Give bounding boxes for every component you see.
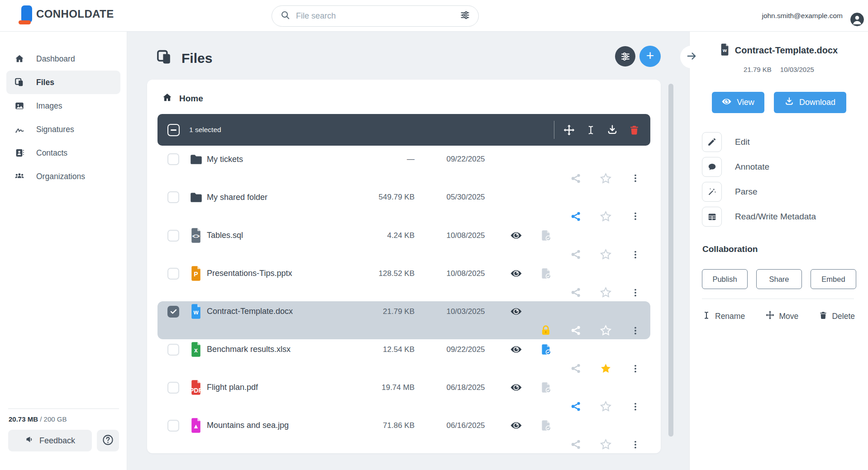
- move-action[interactable]: Move: [765, 310, 798, 322]
- file-name[interactable]: Tables.sql: [207, 231, 360, 240]
- sidebar-item-contacts[interactable]: Contacts: [6, 141, 120, 165]
- svg-text:w: w: [722, 47, 727, 53]
- edit-label: Edit: [735, 137, 750, 147]
- parse-action[interactable]: Parse: [702, 182, 816, 202]
- brand-logo[interactable]: CONHOLDATE: [20, 5, 114, 23]
- delete-action[interactable]: Delete: [819, 311, 855, 322]
- row-menu-kebab[interactable]: [620, 364, 650, 374]
- star-icon[interactable]: [591, 172, 620, 185]
- row-menu-kebab[interactable]: [620, 288, 650, 298]
- search-filter-icon[interactable]: [460, 10, 470, 22]
- row-menu-kebab[interactable]: [620, 402, 650, 412]
- rename-selected-button[interactable]: [584, 123, 597, 137]
- row-checkbox[interactable]: [167, 306, 179, 318]
- star-icon[interactable]: [591, 210, 620, 223]
- copy-status-icon[interactable]: [531, 343, 561, 356]
- download-button[interactable]: Download: [774, 92, 846, 113]
- file-row[interactable]: My tickets — 09/22/2025: [157, 149, 650, 187]
- file-row[interactable]: w Contract-Template.docx 21.79 KB 10/03/…: [157, 301, 650, 339]
- contact-card-icon: [14, 148, 24, 158]
- breadcrumb[interactable]: Home: [162, 92, 203, 104]
- file-row[interactable]: x Benchmark results.xlsx 12.54 KB 09/22/…: [157, 339, 650, 377]
- star-icon[interactable]: [591, 438, 620, 451]
- publish-button[interactable]: Publish: [702, 269, 748, 289]
- copy-status-icon[interactable]: [531, 381, 561, 394]
- sidebar-item-files[interactable]: Files: [6, 71, 120, 94]
- file-row[interactable]: My shared folder 549.79 KB 05/30/2025: [157, 187, 650, 225]
- move-selected-button[interactable]: [562, 123, 576, 137]
- file-name[interactable]: Presentations-Tips.pptx: [207, 269, 360, 278]
- select-all-checkbox[interactable]: [167, 124, 180, 136]
- file-name[interactable]: My tickets: [207, 155, 360, 164]
- copy-status-icon[interactable]: [531, 267, 561, 280]
- row-checkbox[interactable]: [167, 191, 179, 203]
- share-icon[interactable]: [561, 325, 591, 336]
- copy-status-icon[interactable]: [531, 229, 561, 242]
- svg-text:<>: <>: [192, 233, 200, 240]
- preview-eye-icon[interactable]: [501, 229, 531, 242]
- row-checkbox[interactable]: [167, 382, 179, 394]
- row-menu-kebab[interactable]: [620, 250, 650, 260]
- list-settings-button[interactable]: [615, 46, 635, 66]
- row-checkbox[interactable]: [167, 268, 179, 280]
- file-row[interactable]: <> Tables.sql 4.24 KB 10/08/2025: [157, 225, 650, 263]
- list-scrollbar[interactable]: [668, 84, 673, 437]
- share-icon[interactable]: [561, 401, 591, 412]
- rename-action[interactable]: Rename: [702, 311, 745, 322]
- file-name[interactable]: Mountains and sea.jpg: [207, 421, 360, 430]
- copy-status-icon[interactable]: [531, 419, 561, 432]
- svg-text:PDF: PDF: [190, 387, 202, 394]
- file-name[interactable]: Benchmark results.xlsx: [207, 345, 360, 354]
- embed-button[interactable]: Embed: [811, 269, 856, 289]
- star-icon[interactable]: [591, 286, 620, 299]
- lock-icon[interactable]: [531, 325, 561, 337]
- share-button[interactable]: Share: [756, 269, 802, 289]
- file-name[interactable]: My shared folder: [207, 193, 360, 202]
- share-icon[interactable]: [561, 439, 591, 450]
- sidebar-item-signatures[interactable]: Signatures: [6, 118, 120, 141]
- sidebar-item-organizations[interactable]: Organizations: [6, 165, 120, 188]
- row-checkbox[interactable]: [167, 420, 179, 432]
- preview-eye-icon[interactable]: [501, 419, 531, 432]
- share-icon[interactable]: [561, 173, 591, 184]
- star-icon[interactable]: [591, 362, 620, 375]
- row-menu-kebab[interactable]: [620, 440, 650, 450]
- view-button[interactable]: View: [712, 92, 764, 113]
- row-checkbox[interactable]: [167, 230, 179, 242]
- preview-eye-icon[interactable]: [501, 343, 531, 356]
- file-row[interactable]: PDF Flight plan.pdf 19.74 MB 06/18/2025: [157, 377, 650, 415]
- row-menu-kebab[interactable]: [620, 211, 650, 221]
- file-name[interactable]: Contract-Template.docx: [207, 307, 360, 316]
- feedback-button[interactable]: Feedback: [8, 430, 92, 451]
- row-checkbox[interactable]: [167, 344, 179, 356]
- file-search-input[interactable]: File search: [272, 5, 479, 27]
- file-row[interactable]: P Presentations-Tips.pptx 128.52 KB 10/0…: [157, 263, 650, 301]
- share-icon[interactable]: [561, 363, 591, 374]
- delete-selected-button[interactable]: [627, 123, 641, 137]
- share-icon[interactable]: [561, 249, 591, 260]
- user-avatar[interactable]: [850, 13, 864, 26]
- sidebar-item-dashboard[interactable]: Dashboard: [6, 47, 120, 71]
- file-size: 21.79 KB: [360, 307, 415, 316]
- share-icon[interactable]: [561, 211, 591, 222]
- comment-icon: [702, 157, 722, 177]
- file-name[interactable]: Flight plan.pdf: [207, 383, 360, 392]
- preview-eye-icon[interactable]: [501, 305, 531, 318]
- sidebar-item-images[interactable]: Images: [6, 94, 120, 118]
- preview-eye-icon[interactable]: [501, 267, 531, 280]
- help-button[interactable]: [97, 430, 119, 451]
- star-icon[interactable]: [591, 248, 620, 261]
- add-file-button[interactable]: +: [639, 46, 661, 67]
- row-menu-kebab[interactable]: [620, 173, 650, 183]
- row-menu-kebab[interactable]: [620, 326, 650, 336]
- row-checkbox[interactable]: [167, 153, 179, 165]
- preview-eye-icon[interactable]: [501, 381, 531, 394]
- star-icon[interactable]: [591, 400, 620, 413]
- edit-action[interactable]: Edit: [702, 132, 816, 152]
- download-selected-button[interactable]: [606, 123, 619, 137]
- annotate-action[interactable]: Annotate: [702, 157, 816, 177]
- star-icon[interactable]: [591, 324, 620, 337]
- file-row[interactable]: ▲ Mountains and sea.jpg 71.86 KB 06/16/2…: [157, 415, 650, 453]
- metadata-action[interactable]: Read/Write Metadata: [702, 207, 816, 227]
- share-icon[interactable]: [561, 287, 591, 298]
